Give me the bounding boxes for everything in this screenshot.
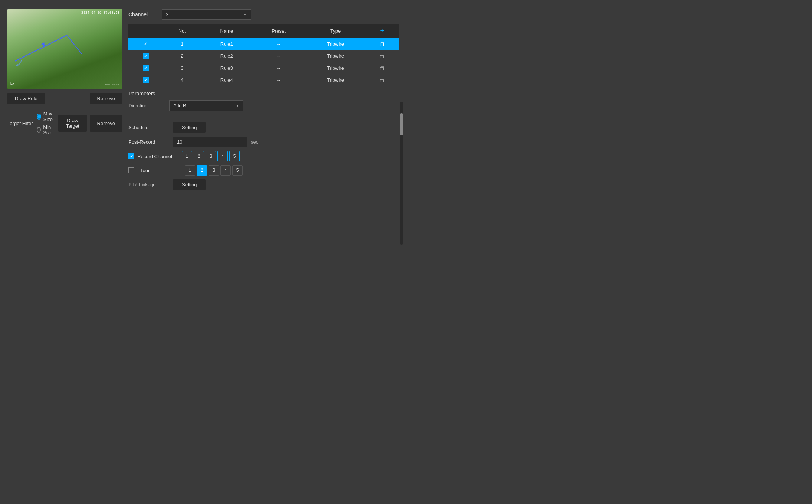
radio-options: Max Size Min Size: [37, 111, 55, 135]
ptz-linkage-row: PTZ Linkage Setting: [128, 179, 399, 190]
record-channel-buttons: 1 2 3 4 5: [182, 151, 240, 161]
camera-view: Rule1 2024-04-09 07:08:13 ka AMCREST: [7, 9, 122, 89]
table-row[interactable]: 4 Rule4 -- Tripwire 🗑: [128, 74, 399, 86]
svg-line-0: [15, 35, 67, 61]
tour-ch-3[interactable]: 3: [209, 165, 219, 176]
tour-checkbox-row: Tour: [128, 167, 181, 173]
row-no: 2: [163, 50, 201, 62]
add-rule-button[interactable]: +: [366, 24, 399, 38]
row-no: 1: [163, 38, 201, 50]
record-ch-1[interactable]: 1: [182, 151, 192, 161]
channel-row: Channel 2 ▼: [128, 9, 399, 20]
sec-label: sec.: [251, 139, 260, 145]
tour-channel-buttons: 1 2 3 4 5: [185, 165, 243, 176]
max-size-label: Max Size: [43, 111, 55, 122]
remove-target-button[interactable]: Remove: [90, 115, 122, 132]
col-name: Name: [201, 24, 252, 38]
record-channel-checkbox-row: Record Channel: [128, 153, 178, 159]
scrollbar-track[interactable]: [400, 102, 403, 245]
tripwire-overlay: Rule1: [7, 9, 122, 89]
record-ch-3[interactable]: 3: [206, 151, 216, 161]
svg-line-1: [67, 35, 82, 54]
row-no: 3: [163, 62, 201, 74]
col-type: Type: [305, 24, 366, 38]
schedule-setting-button[interactable]: Setting: [173, 122, 206, 133]
bottom-section: Schedule Setting Post-Record sec. Record…: [128, 122, 399, 190]
row-checkbox[interactable]: [128, 38, 163, 50]
record-ch-5[interactable]: 5: [229, 151, 240, 161]
rules-table: No. Name Preset Type + 1 Rule1 -- Tripwi…: [128, 24, 399, 86]
record-ch-2[interactable]: 2: [194, 151, 204, 161]
remove-rule-button[interactable]: Remove: [90, 93, 122, 104]
max-size-radio-circle: [37, 114, 41, 120]
row-delete[interactable]: 🗑: [366, 74, 399, 86]
direction-value: A to B: [173, 103, 186, 108]
row-name: Rule2: [201, 50, 252, 62]
target-filter-section: Target Filter Max Size Min Size Draw Tar…: [7, 108, 122, 138]
row-name: Rule3: [201, 62, 252, 74]
row-no: 4: [163, 74, 201, 86]
record-channel-checkbox[interactable]: [128, 153, 134, 159]
tour-ch-2[interactable]: 2: [197, 165, 207, 176]
row-checkbox[interactable]: [128, 74, 163, 86]
channel-label: Channel: [128, 12, 158, 17]
direction-dropdown[interactable]: A to B ▼: [169, 100, 243, 111]
left-panel: Rule1 2024-04-09 07:08:13 ka AMCREST Dra…: [7, 9, 122, 245]
direction-row: Direction A to B ▼: [128, 100, 399, 111]
max-size-radio[interactable]: Max Size: [37, 111, 55, 122]
row-delete[interactable]: 🗑: [366, 50, 399, 62]
col-checkbox: [128, 24, 163, 38]
tour-row: Tour 1 2 3 4 5: [128, 165, 399, 176]
draw-target-button[interactable]: Draw Target: [58, 115, 86, 132]
channel-dropdown[interactable]: 2 ▼: [162, 9, 251, 20]
rule-button-row: Draw Rule Remove: [7, 93, 122, 104]
draw-rule-button[interactable]: Draw Rule: [7, 93, 45, 104]
target-filter-label: Target Filter: [7, 121, 33, 126]
row-checkbox[interactable]: [128, 50, 163, 62]
post-record-input[interactable]: [173, 137, 247, 147]
tour-ch-5[interactable]: 5: [232, 165, 243, 176]
row-checkbox[interactable]: [128, 62, 163, 74]
row-type: Tripwire: [305, 38, 366, 50]
record-channel-row: Record Channel 1 2 3 4 5: [128, 151, 399, 161]
row-delete[interactable]: 🗑: [366, 62, 399, 74]
parameters-title: Parameters: [128, 91, 399, 96]
ptz-linkage-button[interactable]: Setting: [173, 179, 206, 190]
schedule-label: Schedule: [128, 125, 169, 130]
row-preset: --: [252, 74, 305, 86]
table-row[interactable]: 3 Rule3 -- Tripwire 🗑: [128, 62, 399, 74]
tour-ch-1[interactable]: 1: [185, 165, 195, 176]
row-preset: --: [252, 62, 305, 74]
post-record-row: Post-Record sec.: [128, 137, 399, 147]
scrollbar-thumb[interactable]: [400, 113, 403, 135]
table-header-row: No. Name Preset Type +: [128, 24, 399, 38]
row-preset: --: [252, 50, 305, 62]
schedule-row: Schedule Setting: [128, 122, 399, 133]
row-name: Rule1: [201, 38, 252, 50]
min-size-radio[interactable]: Min Size: [37, 124, 55, 135]
col-preset: Preset: [252, 24, 305, 38]
row-name: Rule4: [201, 74, 252, 86]
row-type: Tripwire: [305, 50, 366, 62]
record-ch-4[interactable]: 4: [217, 151, 228, 161]
parameters-section: Parameters Direction A to B ▼: [128, 91, 399, 115]
min-size-radio-circle: [37, 127, 41, 133]
col-no: No.: [163, 24, 201, 38]
table-row[interactable]: 1 Rule1 -- Tripwire 🗑: [128, 38, 399, 50]
channel-value: 2: [166, 12, 169, 17]
row-delete[interactable]: 🗑: [366, 38, 399, 50]
tour-ch-4[interactable]: 4: [220, 165, 231, 176]
right-panel: Channel 2 ▼ No. Name Preset Type +: [128, 9, 399, 245]
row-type: Tripwire: [305, 74, 366, 86]
tour-label: Tour: [140, 168, 181, 173]
direction-arrow: ▼: [236, 104, 239, 108]
tour-checkbox[interactable]: [128, 167, 134, 173]
row-type: Tripwire: [305, 62, 366, 74]
table-row[interactable]: 2 Rule2 -- Tripwire 🗑: [128, 50, 399, 62]
min-size-label: Min Size: [43, 124, 55, 135]
target-button-row: Draw Target Remove: [58, 115, 122, 132]
ptz-linkage-label: PTZ Linkage: [128, 182, 169, 187]
channel-dropdown-arrow: ▼: [243, 13, 247, 17]
row-preset: --: [252, 38, 305, 50]
record-channel-label: Record Channel: [137, 154, 178, 159]
